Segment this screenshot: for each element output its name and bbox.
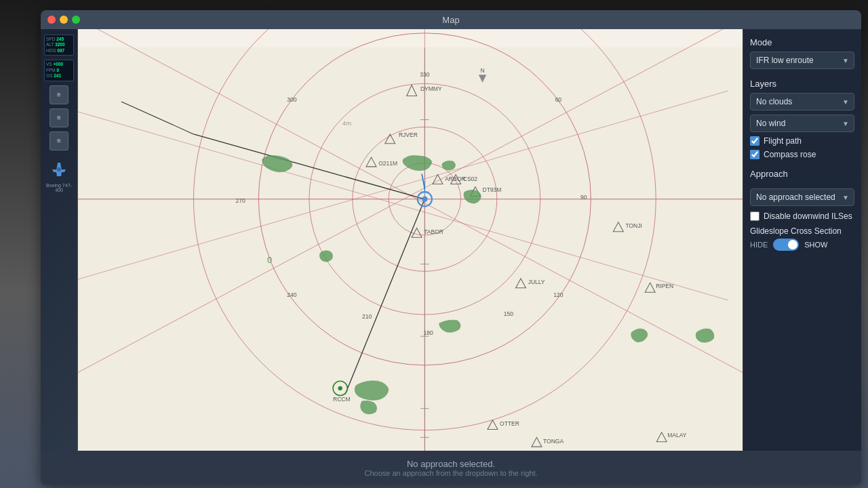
bottom-bar: No approach selected. Choose an approach… <box>41 451 861 485</box>
map-control-2[interactable]: ≡ <box>50 108 68 127</box>
compass-rose-checkbox[interactable] <box>750 150 760 159</box>
maximize-button[interactable] <box>72 16 80 24</box>
svg-text:MALAY: MALAY <box>667 432 687 439</box>
svg-text:180: 180 <box>424 329 433 336</box>
flight-path-row: Flight path <box>750 136 854 146</box>
instrument-display-1: SPD 245 ALT 3200 HDG 087 <box>44 35 74 56</box>
svg-text:60: 60 <box>555 96 562 103</box>
flight-path-checkbox[interactable] <box>750 136 760 146</box>
svg-text:RCCM: RCCM <box>333 396 351 403</box>
map-svg: 330 300 270 240 210 180 150 120 90 60 N <box>78 29 743 485</box>
aircraft-icon <box>47 157 71 182</box>
svg-text:0: 0 <box>267 255 272 265</box>
svg-text:DYMMY: DYMMY <box>420 85 442 92</box>
approach-dropdown[interactable]: No approach selected <box>750 188 854 206</box>
svg-text:TONJI: TONJI <box>625 222 642 229</box>
aircraft-label: Boeing 747-400 <box>43 183 75 192</box>
right-panel: Mode IFR low enroute ▼ Layers No clouds <box>743 29 861 485</box>
approach-title: Approach <box>750 169 854 179</box>
svg-text:O211M: O211M <box>378 160 397 167</box>
layers-title: Layers <box>750 79 854 89</box>
bottom-status-main: No approach selected. <box>407 459 495 469</box>
glideslope-label: Glideslope Cross Section <box>750 226 854 236</box>
svg-text:RIPEN: RIPEN <box>656 283 673 289</box>
hide-label: HIDE <box>750 241 768 249</box>
window-title: Map <box>442 15 459 25</box>
map-control-3[interactable]: ≡ <box>50 131 68 150</box>
toggle-knob <box>788 240 797 249</box>
clouds-dropdown-wrapper: No clouds ▼ <box>750 93 854 110</box>
glideslope-toggle[interactable] <box>773 239 799 251</box>
svg-point-68 <box>338 386 342 390</box>
svg-text:RJVER: RJVER <box>399 131 418 138</box>
mode-dropdown-wrapper: IFR low enroute ▼ <box>750 52 854 69</box>
show-label: SHOW <box>804 241 827 249</box>
mode-dropdown[interactable]: IFR low enroute <box>750 52 854 69</box>
glideslope-section: Glideslope Cross Section HIDE SHOW <box>750 226 854 251</box>
compass-rose-row: Compass rose <box>750 150 854 159</box>
map-area[interactable]: 330 300 270 240 210 180 150 120 90 60 N <box>78 29 743 485</box>
close-button[interactable] <box>47 16 56 24</box>
mode-title: Mode <box>750 37 854 47</box>
wind-dropdown[interactable]: No wind <box>750 115 854 132</box>
svg-text:DT93M: DT93M <box>483 186 502 193</box>
flight-path-label[interactable]: Flight path <box>764 136 802 146</box>
svg-text:JULLY: JULLY <box>528 279 545 285</box>
mode-section: Mode IFR low enroute ▼ <box>750 37 854 69</box>
svg-text:120: 120 <box>553 291 563 298</box>
svg-text:90: 90 <box>580 194 587 201</box>
svg-text:TABOR: TABOR <box>424 228 443 235</box>
svg-point-3 <box>57 167 61 171</box>
title-bar: Map <box>41 10 861 29</box>
glideslope-toggle-row: HIDE SHOW <box>750 239 854 251</box>
map-control-1[interactable]: ≡ <box>50 85 68 104</box>
disable-downwind-label[interactable]: Disable downwind ILSes <box>764 211 852 221</box>
minimize-button[interactable] <box>60 16 68 24</box>
svg-text:270: 270 <box>236 197 245 204</box>
svg-text:300: 300 <box>287 96 296 103</box>
svg-text:4m: 4m <box>342 119 351 127</box>
approach-dropdown-wrapper: No approach selected ▼ <box>750 188 854 206</box>
clouds-dropdown[interactable]: No clouds <box>750 93 854 110</box>
layers-group: No clouds ▼ No wind ▼ Flight path <box>750 93 854 159</box>
app-window: Map SPD 245 ALT 3200 HDG 087 VS +000 FPM… <box>41 10 861 485</box>
svg-text:210: 210 <box>362 313 372 320</box>
wind-dropdown-wrapper: No wind ▼ <box>750 115 854 132</box>
compass-rose-label[interactable]: Compass rose <box>764 150 816 159</box>
aircraft-icon-container: Boeing 747-400 <box>43 157 75 192</box>
layers-section: Layers No clouds ▼ No wind ▼ <box>750 79 854 159</box>
instrument-display-2: VS +000 FPM 0 GS 241 <box>44 60 74 81</box>
svg-text:150: 150 <box>504 310 513 317</box>
svg-text:TONGA: TONGA <box>543 438 564 445</box>
disable-downwind-row: Disable downwind ILSes <box>750 211 854 221</box>
svg-text:CS02: CS02 <box>463 176 478 182</box>
bottom-status-sub: Choose an approach from the dropdown to … <box>365 469 538 477</box>
svg-rect-4 <box>78 47 743 466</box>
approach-section: Approach No approach selected ▼ Disable … <box>750 169 854 251</box>
svg-point-39 <box>422 197 428 203</box>
disable-downwind-checkbox[interactable] <box>750 211 760 221</box>
svg-marker-2 <box>56 172 62 176</box>
main-content: SPD 245 ALT 3200 HDG 087 VS +000 FPM 0 G… <box>41 29 861 485</box>
svg-text:OTTER: OTTER <box>500 420 519 427</box>
instrument-panel: SPD 245 ALT 3200 HDG 087 VS +000 FPM 0 G… <box>41 29 78 485</box>
svg-text:330: 330 <box>420 71 429 78</box>
window-controls <box>47 16 80 24</box>
svg-text:N: N <box>480 67 484 74</box>
svg-text:240: 240 <box>287 291 296 298</box>
